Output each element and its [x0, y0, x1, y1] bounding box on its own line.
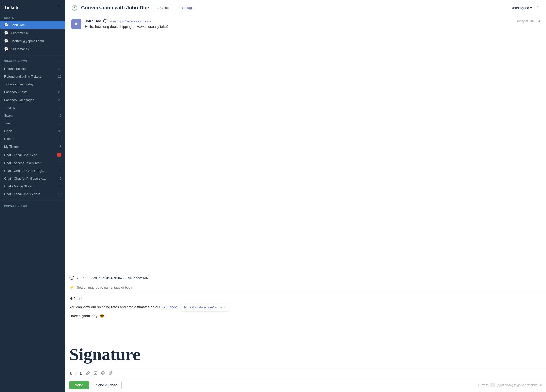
count-refund-tickets: 40 — [58, 67, 61, 71]
count-chat-gleb-gorgi: 2 — [60, 169, 61, 173]
add-shared-view-button[interactable]: + — [59, 59, 61, 63]
conversation-menu-dots[interactable]: ⋮ — [535, 5, 540, 11]
check-icon: ✓ — [156, 6, 159, 10]
assigned-dropdown[interactable]: Unassigned ▾ — [511, 6, 532, 10]
sidebar-item-chat-philippe[interactable]: Chat - Chat for Philippe sto... 0 — [0, 175, 65, 182]
count-open: 92 — [58, 129, 61, 133]
sidebar-item-my-tickets[interactable]: My Tickets 8 — [0, 143, 65, 151]
sidebar-item-trash[interactable]: Trash 0 — [0, 119, 65, 127]
reply-line2: Have a great day! 😎 — [69, 313, 542, 319]
macro-search-input[interactable] — [77, 286, 542, 289]
send-hint-close-button[interactable]: × — [540, 383, 542, 387]
sidebar: Tickets ⋮ CHATS 💬 John Doe 💬 Customer #6… — [0, 0, 65, 392]
sidebar-item-refund-tickets[interactable]: Refund Tickets 40 — [0, 65, 65, 73]
label-open: Open — [4, 129, 58, 133]
svg-point-2 — [101, 371, 105, 375]
from-url-link[interactable]: https://www.ourstore.com — [117, 19, 153, 23]
chat-icon-john-doe: 💬 — [4, 23, 8, 27]
chat-icon-customer-74: 💬 — [4, 47, 8, 51]
message-time: Today at 6:07 PM — [517, 19, 540, 23]
message-meta: John Doe 💬 from https://www.ourstore.com… — [85, 19, 540, 23]
count-chat-local-gleb-2: 13 — [58, 192, 61, 196]
label-to-view: To view — [4, 106, 60, 110]
sidebar-item-customer-69[interactable]: 💬 Customer #69 — [0, 29, 65, 37]
sidebar-item-open[interactable]: Open 92 — [0, 127, 65, 135]
send-hint: ℹ Press → (right arrow) to go to next ti… — [478, 383, 542, 387]
reply-to-dropdown-arrow[interactable]: ▾ — [77, 276, 78, 280]
reply-line1-mid: on our — [150, 305, 161, 309]
sidebar-title: Tickets — [4, 5, 20, 10]
emoji-button[interactable] — [101, 371, 105, 376]
count-my-tickets: 8 — [60, 145, 61, 149]
shipping-rates-link[interactable]: shipping rates and time estimates — [97, 305, 150, 309]
sidebar-item-chat-local-gleb[interactable]: Chat - Local Chat Gleb ! — [0, 151, 65, 159]
badge-chat-local-gleb: ! — [57, 153, 61, 157]
link-edit-icon[interactable]: ✏ — [220, 305, 222, 310]
sidebar-item-john-doe[interactable]: 💬 John Doe — [0, 21, 65, 29]
add-tags-button[interactable]: + add tags — [176, 4, 195, 11]
link-button[interactable] — [86, 371, 90, 376]
sidebar-item-to-view[interactable]: To view 0 — [0, 104, 65, 112]
attach-button[interactable] — [109, 371, 113, 376]
sidebar-item-tickets-closed-today[interactable]: Tickets closed today 0 — [0, 80, 65, 88]
main-content: 🕐 Conversation with John Doe ✓ Close + a… — [65, 0, 546, 392]
faq-page-link[interactable]: FAQ page — [161, 305, 177, 309]
sidebar-item-chat-access-token[interactable]: Chat - Access Token Test 0 — [0, 159, 65, 167]
bold-button[interactable]: B — [69, 372, 72, 376]
label-tickets-closed-today: Tickets closed today — [4, 82, 60, 86]
private-views-label: PRIVATE VIEWS — [4, 205, 27, 208]
close-ticket-button[interactable]: ✓ Close — [153, 4, 172, 11]
reply-to-icon: 💬 — [69, 276, 74, 280]
reply-greeting: Hi John! — [69, 296, 542, 301]
sidebar-item-facebook-posts[interactable]: Facebook Posts 20 — [0, 88, 65, 96]
avatar: JD — [71, 19, 81, 29]
underline-button[interactable]: U — [80, 372, 82, 376]
history-icon[interactable]: 🕐 — [71, 5, 78, 11]
private-views-header: PRIVATE VIEWS + — [0, 201, 65, 210]
add-private-view-button[interactable]: + — [59, 204, 61, 208]
sidebar-item-chat-gleb-gorgi[interactable]: Chat - Chat for Gleb Gorgi... 2 — [0, 167, 65, 175]
sidebar-header: Tickets ⋮ — [0, 0, 65, 14]
count-closed: 70 — [58, 137, 61, 141]
sidebar-item-usertest[interactable]: 💬 usertest@yopmail.com — [0, 37, 65, 45]
shared-views-label: SHARED VIEWS — [4, 60, 27, 63]
reply-body[interactable]: Hi John! You can view our shipping rates… — [65, 292, 546, 342]
italic-button[interactable]: I — [75, 372, 76, 376]
label-spam: Spam — [4, 114, 60, 117]
label-trash: Trash — [4, 121, 60, 125]
sidebar-menu-dots[interactable]: ⋮ — [56, 5, 61, 11]
reply-line1-prefix: You can view our — [69, 305, 97, 309]
chevron-down-icon: ▾ — [530, 6, 532, 10]
message-from: from https://www.ourstore.com — [109, 19, 154, 23]
macro-row: ⚡ — [65, 283, 546, 292]
sidebar-item-refund-billing[interactable]: Refund and billing Tickets 20 — [0, 73, 65, 80]
sidebar-item-chat-martin-store[interactable]: Chat - Martin Store 3 3 — [0, 182, 65, 190]
sidebar-item-closed[interactable]: Closed 70 — [0, 135, 65, 143]
label-chat-gleb-gorgi: Chat - Chat for Gleb Gorgi... — [4, 169, 60, 173]
reply-to-label: To: — [81, 276, 85, 280]
label-my-tickets: My Tickets — [4, 145, 60, 149]
sidebar-label-customer-74: Customer #74 — [11, 47, 61, 51]
send-button[interactable]: Send — [69, 381, 89, 389]
message-row: JD John Doe 💬 from https://www.ourstore.… — [71, 19, 540, 29]
sidebar-item-facebook-messages[interactable]: Facebook Messages 20 — [0, 96, 65, 104]
send-hint-key: → — [490, 383, 495, 387]
chat-icon-customer-69: 💬 — [4, 31, 8, 35]
count-chat-martin-store: 3 — [60, 185, 61, 188]
conv-header-left: 🕐 Conversation with John Doe ✓ Close + a… — [71, 4, 195, 11]
label-chat-philippe: Chat - Chat for Philippe sto... — [4, 177, 60, 180]
reply-area: 💬 ▾ To: 853cd1f6-d10b-48f8-b436-69c0a7c2… — [65, 273, 546, 392]
link-close-icon[interactable]: × — [224, 305, 226, 310]
send-close-button[interactable]: Send & Close — [92, 381, 122, 389]
send-row: Send Send & Close ℹ Press → (right arrow… — [65, 378, 546, 392]
chats-section-label: CHATS — [0, 14, 65, 21]
send-hint-prefix: Press — [481, 383, 489, 387]
close-label: Close — [160, 6, 169, 10]
reply-line1-suffix: . — [177, 305, 178, 309]
image-button[interactable] — [94, 371, 98, 376]
sidebar-item-chat-local-gleb-2[interactable]: Chat - Local Chat Gleb 2 13 — [0, 190, 65, 198]
sidebar-item-spam[interactable]: Spam 0 — [0, 112, 65, 119]
sidebar-item-customer-74[interactable]: 💬 Customer #74 — [0, 45, 65, 53]
count-facebook-posts: 20 — [58, 90, 61, 94]
message-text: Hello, how long does shipping to Hawaii … — [85, 24, 540, 29]
